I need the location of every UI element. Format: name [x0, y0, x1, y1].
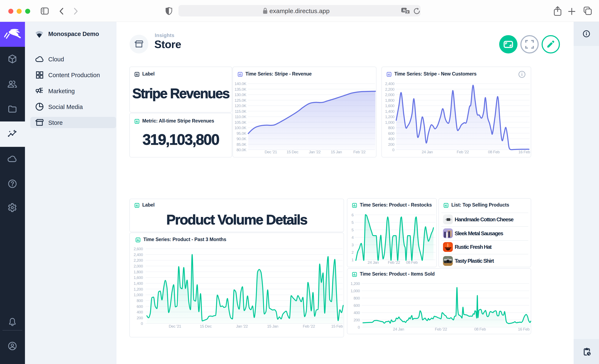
svg-text:1,200: 1,200	[385, 115, 394, 119]
svg-text:1,400: 1,400	[385, 109, 394, 114]
svg-text:600: 600	[388, 131, 394, 136]
svg-text:2,000: 2,000	[133, 264, 143, 268]
svg-text:24 Jan: 24 Jan	[393, 327, 404, 331]
svg-text:2,400: 2,400	[385, 81, 394, 86]
svg-text:1,000: 1,000	[133, 293, 143, 297]
svg-text:1,800: 1,800	[385, 98, 394, 103]
svg-text:4: 4	[352, 235, 354, 240]
svg-text:1,800: 1,800	[133, 270, 143, 274]
svg-text:200: 200	[388, 142, 394, 147]
svg-text:2,000: 2,000	[385, 93, 394, 97]
svg-text:1,200: 1,200	[133, 287, 143, 291]
svg-text:Dec '21: Dec '21	[169, 324, 181, 328]
svg-text:6: 6	[352, 213, 353, 217]
svg-text:Feb '22: Feb '22	[303, 324, 315, 328]
svg-text:15 Dec: 15 Dec	[287, 150, 299, 154]
svg-text:08 Feb: 08 Feb	[406, 260, 418, 265]
svg-text:1,600: 1,600	[133, 275, 143, 280]
svg-text:1,200: 1,200	[351, 281, 360, 286]
svg-text:115.0K: 115.0K	[235, 109, 247, 114]
svg-text:24 Jan: 24 Jan	[368, 260, 379, 265]
svg-text:2: 2	[352, 250, 353, 255]
svg-text:800: 800	[388, 126, 394, 130]
svg-text:100.0K: 100.0K	[234, 126, 247, 130]
svg-text:0: 0	[392, 148, 394, 152]
svg-text:15 Jan: 15 Jan	[331, 150, 342, 154]
svg-text:2,400: 2,400	[133, 252, 143, 257]
svg-text:600: 600	[353, 303, 360, 308]
svg-text:400: 400	[388, 137, 394, 141]
svg-text:110.0K: 110.0K	[235, 115, 247, 119]
svg-text:15 Dec: 15 Dec	[200, 324, 212, 328]
svg-text:Feb '22: Feb '22	[435, 327, 447, 331]
svg-text:5: 5	[352, 228, 353, 232]
svg-text:95.0K: 95.0K	[237, 131, 247, 136]
svg-text:1: 1	[352, 258, 353, 262]
svg-text:1,600: 1,600	[385, 104, 394, 108]
svg-text:105.0K: 105.0K	[234, 120, 247, 124]
svg-text:Feb '22: Feb '22	[457, 150, 469, 154]
svg-text:Jan '22: Jan '22	[236, 324, 248, 328]
svg-text:0: 0	[358, 325, 360, 329]
svg-text:80.0K: 80.0K	[237, 148, 247, 152]
svg-text:16 Feb: 16 Feb	[518, 327, 529, 331]
svg-text:Jan '22: Jan '22	[309, 150, 321, 154]
svg-text:90.0K: 90.0K	[237, 137, 247, 141]
svg-text:200: 200	[137, 316, 143, 320]
svg-text:2,600: 2,600	[133, 247, 143, 251]
svg-text:130.0K: 130.0K	[234, 93, 247, 97]
svg-text:2,200: 2,200	[385, 87, 394, 91]
svg-text:Dec '21: Dec '21	[264, 150, 277, 154]
svg-text:400: 400	[137, 310, 143, 314]
svg-text:800: 800	[353, 296, 360, 300]
svg-text:Feb '22: Feb '22	[353, 150, 366, 154]
svg-text:1,400: 1,400	[133, 281, 143, 286]
svg-text:600: 600	[137, 304, 143, 309]
svg-text:5: 5	[352, 220, 353, 225]
svg-text:24 Jan: 24 Jan	[422, 150, 433, 154]
svg-text:85.0K: 85.0K	[237, 142, 247, 147]
svg-text:Feb '22: Feb '22	[388, 260, 400, 265]
svg-text:800: 800	[137, 299, 143, 303]
svg-text:400: 400	[353, 311, 360, 315]
svg-text:125.0K: 125.0K	[234, 98, 247, 103]
svg-text:15 Feb: 15 Feb	[331, 324, 343, 328]
svg-text:1,000: 1,000	[351, 289, 360, 293]
svg-text:200: 200	[353, 318, 360, 322]
svg-text:0: 0	[141, 321, 143, 326]
svg-text:15 Jan: 15 Jan	[267, 324, 278, 328]
svg-text:120.0K: 120.0K	[234, 104, 247, 108]
svg-text:08 Feb: 08 Feb	[488, 150, 500, 154]
svg-text:16 Feb: 16 Feb	[518, 150, 530, 154]
svg-text:135.0K: 135.0K	[234, 87, 247, 91]
svg-text:08 Feb: 08 Feb	[474, 327, 486, 331]
svg-text:2,200: 2,200	[133, 258, 143, 263]
svg-text:1,000: 1,000	[385, 120, 394, 124]
svg-text:3: 3	[352, 243, 353, 247]
svg-text:140.0K: 140.0K	[234, 81, 247, 86]
